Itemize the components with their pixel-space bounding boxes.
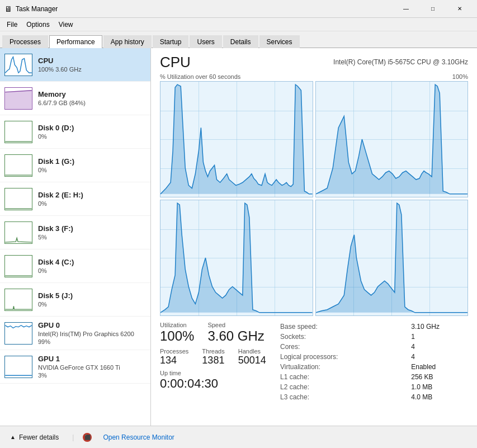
- virtualization-row: Virtualization: Enabled: [278, 362, 468, 372]
- tab-performance[interactable]: Performance: [49, 35, 102, 48]
- gpu0-info: GPU 0 Intel(R) Iris(TM) Pro Graphics 620…: [38, 321, 146, 345]
- gpu1-value: NVIDIA GeForce GTX 1660 Ti: [38, 364, 146, 371]
- speed-value: 3.60 GHz: [207, 328, 264, 345]
- disk3-info: Disk 3 (F:) 5%: [38, 224, 146, 240]
- uptime-block: Up time 0:00:04:30: [160, 370, 278, 391]
- menu-view[interactable]: View: [54, 20, 78, 30]
- virtualization-label: Virtualization:: [278, 362, 409, 372]
- handles-value: 50014: [238, 355, 266, 366]
- right-stats: Base speed: 3.10 GHz Sockets: 1 Cores: 4…: [278, 322, 468, 402]
- graph-max: 100%: [452, 73, 468, 80]
- speed-block: Speed 3.60 GHz: [207, 322, 264, 345]
- processes-label: Processes: [160, 348, 188, 355]
- gpu0-label: GPU 0: [38, 321, 146, 329]
- tab-services[interactable]: Services: [259, 35, 300, 48]
- menu-file[interactable]: File: [2, 20, 22, 30]
- disk0-info: Disk 0 (D:) 0%: [38, 124, 146, 140]
- sidebar-item-disk0[interactable]: Disk 0 (D:) 0%: [0, 115, 150, 149]
- cores-value: 4: [409, 342, 468, 352]
- gpu1-info: GPU 1 NVIDIA GeForce GTX 1660 Ti 3%: [38, 355, 146, 379]
- gpu0-percent: 99%: [38, 338, 146, 345]
- disk5-thumbnail: [4, 289, 32, 311]
- utilization-speed-row: Utilization 100% Speed 3.60 GHz: [160, 322, 278, 345]
- utilization-label: Utilization: [160, 322, 194, 328]
- memory-value: 6.6/7.9 GB (84%): [38, 100, 146, 106]
- main-layout: CPU 100% 3.60 GHz Memory 6.6/7.9 GB (84%…: [0, 48, 477, 426]
- disk3-label: Disk 3 (F:): [38, 224, 146, 233]
- disk2-label: Disk 2 (E: H:): [38, 191, 146, 199]
- disk1-info: Disk 1 (G:) 0%: [38, 157, 146, 173]
- base-speed-value: 3.10 GHz: [409, 322, 468, 332]
- l1cache-value: 256 KB: [409, 372, 468, 382]
- disk2-value: 0%: [38, 200, 146, 207]
- cpu-info: CPU 100% 3.60 GHz: [38, 56, 146, 73]
- threads-value: 1381: [202, 355, 224, 366]
- content-subtitle: Intel(R) Core(TM) i5-5675C CPU @ 3.10GHz: [333, 58, 468, 66]
- base-speed-label: Base speed:: [278, 322, 409, 332]
- tab-processes[interactable]: Processes: [2, 35, 48, 48]
- threads-label: Threads: [202, 348, 224, 355]
- graph-core2: [160, 200, 313, 316]
- tab-bar: Processes Performance App history Startu…: [0, 31, 477, 48]
- close-button[interactable]: ✕: [447, 0, 473, 18]
- virtualization-value: Enabled: [409, 362, 468, 372]
- l3cache-row: L3 cache: 4.0 MB: [278, 392, 468, 402]
- disk5-info: Disk 5 (J:) 0%: [38, 291, 146, 308]
- tab-details[interactable]: Details: [223, 35, 258, 48]
- sidebar-item-disk1[interactable]: Disk 1 (G:) 0%: [0, 149, 150, 182]
- maximize-button[interactable]: □: [420, 0, 446, 18]
- sidebar-item-gpu1[interactable]: GPU 1 NVIDIA GeForce GTX 1660 Ti 3%: [0, 350, 150, 384]
- disk0-label: Disk 0 (D:): [38, 124, 146, 132]
- uptime-label: Up time: [160, 370, 278, 376]
- minimize-button[interactable]: —: [393, 0, 419, 18]
- logical-processors-value: 4: [409, 352, 468, 362]
- l2cache-label: L2 cache:: [278, 382, 409, 392]
- graph-core1: [315, 81, 469, 197]
- bottom-bar: ▲ Fewer details | ⬛ Open Resource Monito…: [0, 426, 477, 448]
- l2cache-row: L2 cache: 1.0 MB: [278, 382, 468, 392]
- utilization-block: Utilization 100%: [160, 322, 194, 345]
- disk4-value: 0%: [38, 267, 146, 274]
- l1cache-label: L1 cache:: [278, 372, 409, 382]
- graph-core3: [315, 200, 469, 316]
- threads-block: Threads 1381: [202, 348, 224, 366]
- gpu0-thumbnail: [4, 322, 32, 345]
- disk4-thumbnail: [4, 255, 32, 277]
- graph-core0: [160, 81, 313, 197]
- sockets-value: 1: [409, 332, 468, 342]
- sidebar-item-gpu0[interactable]: GPU 0 Intel(R) Iris(TM) Pro Graphics 620…: [0, 317, 150, 350]
- base-speed-row: Base speed: 3.10 GHz: [278, 322, 468, 332]
- menu-options[interactable]: Options: [22, 20, 54, 30]
- tab-startup[interactable]: Startup: [153, 35, 189, 48]
- tab-users[interactable]: Users: [190, 35, 221, 48]
- cores-label: Cores:: [278, 342, 409, 352]
- sidebar-item-cpu[interactable]: CPU 100% 3.60 GHz: [0, 48, 150, 82]
- cpu-value: 100% 3.60 GHz: [38, 66, 146, 73]
- open-resource-monitor-link[interactable]: Open Resource Monitor: [103, 433, 174, 441]
- disk2-thumbnail: [4, 188, 32, 210]
- stats-left: Utilization 100% Speed 3.60 GHz Processe…: [160, 322, 278, 402]
- handles-label: Handles: [238, 348, 266, 355]
- disk1-label: Disk 1 (G:): [38, 157, 146, 166]
- fewer-details-button[interactable]: ▲ Fewer details: [6, 431, 63, 444]
- sidebar-item-disk4[interactable]: Disk 4 (C:) 0%: [0, 249, 150, 283]
- l3cache-value: 4.0 MB: [409, 392, 468, 402]
- gpu0-value: Intel(R) Iris(TM) Pro Graphics 6200: [38, 331, 146, 337]
- memory-info: Memory 6.6/7.9 GB (84%): [38, 90, 146, 106]
- content-header: CPU Intel(R) Core(TM) i5-5675C CPU @ 3.1…: [160, 54, 468, 71]
- gpu1-percent: 3%: [38, 372, 146, 379]
- sidebar-item-disk2[interactable]: Disk 2 (E: H:) 0%: [0, 182, 150, 216]
- disk1-thumbnail: [4, 154, 32, 177]
- tab-app-history[interactable]: App history: [103, 35, 152, 48]
- sidebar-item-disk3[interactable]: Disk 3 (F:) 5%: [0, 216, 150, 249]
- disk4-label: Disk 4 (C:): [38, 258, 146, 266]
- cpu-thumbnail: [4, 54, 32, 76]
- speed-label: Speed: [207, 322, 264, 328]
- gpu1-label: GPU 1: [38, 355, 146, 363]
- window-controls: — □ ✕: [393, 0, 473, 18]
- processes-block: Processes 134: [160, 348, 188, 366]
- gpu1-thumbnail: [4, 356, 32, 378]
- sidebar-item-memory[interactable]: Memory 6.6/7.9 GB (84%): [0, 82, 150, 115]
- sidebar-item-disk5[interactable]: Disk 5 (J:) 0%: [0, 283, 150, 317]
- disk4-info: Disk 4 (C:) 0%: [38, 258, 146, 274]
